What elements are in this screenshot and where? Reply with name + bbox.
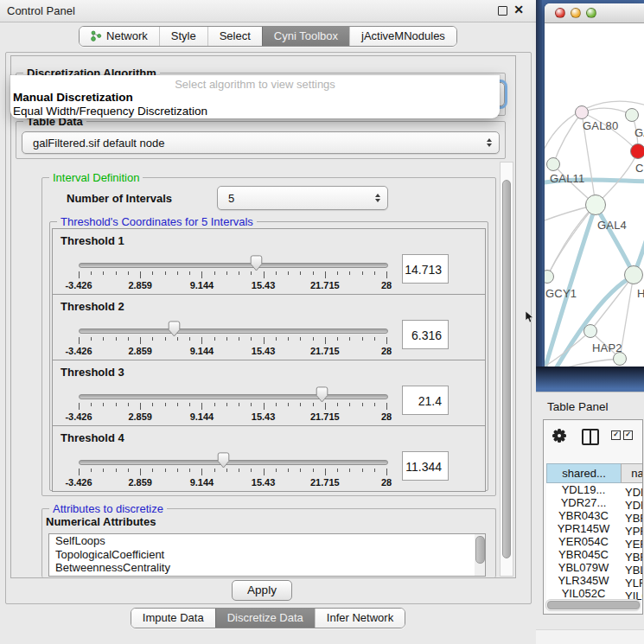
dropdown-option-manual[interactable]: Manual Discretization: [10, 91, 500, 105]
panel-vertical-scrollbar[interactable]: [500, 162, 513, 577]
dropdown-hint: Select algorithm to view settings: [10, 75, 500, 91]
network-node-gal4[interactable]: [585, 194, 606, 215]
slider-tick-labels: -3.4262.8599.14415.4321.71528: [79, 346, 387, 356]
attributes-list-scrollbar[interactable]: [475, 534, 485, 576]
node-label: GAL80: [583, 119, 618, 132]
table-row[interactable]: YBL079WYBL0: [546, 561, 642, 574]
network-node-hap2[interactable]: [583, 324, 597, 338]
table-row[interactable]: YDR27...YDR2: [546, 496, 642, 509]
mouse-cursor: [526, 311, 534, 323]
zoom-traffic-light-icon[interactable]: [586, 8, 596, 18]
split-table-icon[interactable]: [582, 429, 599, 445]
network-node-c[interactable]: [630, 143, 644, 159]
apply-button[interactable]: Apply: [232, 580, 292, 601]
column-header-name[interactable]: na: [621, 463, 643, 483]
network-node-ga[interactable]: [625, 108, 639, 122]
attribute-list-item[interactable]: TopologicalCoefficient: [49, 548, 485, 562]
node-label: C: [635, 162, 644, 175]
stepper-arrows-icon: [487, 138, 492, 147]
network-canvas[interactable]: GAL80GACGAL11GAL4GCY1HHAP2: [545, 23, 644, 367]
slider-tick-labels: -3.4262.8599.14415.4321.71528: [79, 280, 387, 290]
table-horizontal-scrollbar[interactable]: [545, 599, 641, 611]
table-data-value: galFiltered.sif default node: [33, 137, 164, 150]
gear-icon[interactable]: [552, 429, 566, 443]
network-node-gal11[interactable]: [546, 157, 560, 171]
table-rows[interactable]: YDL19...YDL1YDR27...YDR2YBR043CYBR0YPR14…: [546, 483, 642, 600]
slider-track[interactable]: [79, 263, 388, 268]
tab-discretize-data[interactable]: Discretize Data: [215, 609, 315, 628]
tab-infer-network[interactable]: Infer Network: [315, 609, 405, 628]
slider-tick-labels: -3.4262.8599.14415.4321.71528: [79, 411, 387, 422]
network-view-window: GAL80GACGAL11GAL4GCY1HHAP2: [545, 3, 644, 367]
tab-cyni-toolbox[interactable]: Cyni Toolbox: [262, 27, 349, 46]
number-of-intervals-select[interactable]: 5: [217, 186, 388, 210]
threshold-value-field[interactable]: 21.4: [402, 386, 449, 415]
table-row[interactable]: YPR145WYPR1: [546, 522, 642, 535]
table-row[interactable]: YER054CYER0: [546, 535, 642, 548]
slider-track[interactable]: [79, 460, 388, 465]
window-shadow-area: [536, 367, 644, 392]
close-traffic-light-icon[interactable]: [555, 8, 565, 18]
tab-network[interactable]: Network: [80, 27, 159, 46]
node-label: H: [637, 287, 644, 300]
threshold-row: Threshold 4 -3.4262.8599.14415.4321.7152…: [52, 425, 486, 492]
threshold-row: Threshold 2 -3.4262.8599.14415.4321.7152…: [52, 294, 486, 360]
node-label: GAL4: [597, 219, 627, 232]
network-window-titlebar[interactable]: [545, 3, 644, 23]
node-label: GA: [634, 126, 644, 139]
slider-thumb-icon[interactable]: [217, 452, 230, 469]
slider-thumb-icon[interactable]: [250, 255, 263, 271]
dropdown-option-equal-width[interactable]: Equal Width/Frequency Discretization: [10, 105, 500, 118]
slider-thumb-icon[interactable]: [168, 321, 181, 337]
tab-impute-data[interactable]: Impute Data: [131, 609, 215, 628]
threshold-label: Threshold 3: [61, 366, 124, 379]
network-node[interactable]: [613, 352, 627, 366]
attributes-group-title: Attributes to discretize: [49, 502, 167, 515]
top-tab-bar: Network Style Select Cyni Toolbox jActiv…: [0, 26, 536, 47]
threshold-label: Threshold 4: [61, 431, 124, 444]
panel-title: Control Panel: [7, 4, 75, 17]
table-data-group: Table Data galFiltered.sif default node: [16, 121, 506, 159]
node-label: GCY1: [545, 287, 577, 300]
threshold-label: Threshold 2: [61, 300, 124, 313]
column-header-shared[interactable]: shared...: [546, 463, 622, 483]
float-window-icon[interactable]: [498, 6, 507, 16]
checkbox-icon[interactable]: ✓: [623, 430, 633, 440]
control-panel-titlebar: Control Panel ✕: [0, 0, 536, 22]
table-panel-section: Table Panel ✓ ✓ shared... na YDL19...YDL…: [536, 392, 644, 644]
table-row[interactable]: YIL052CYIL0: [546, 587, 642, 600]
tab-jactivemnodules[interactable]: jActiveMNodules: [349, 27, 456, 46]
checkbox-icon[interactable]: ✓: [611, 430, 621, 440]
slider-ticks: [79, 403, 387, 411]
minimize-traffic-light-icon[interactable]: [571, 8, 581, 18]
slider-track[interactable]: [79, 394, 388, 399]
threshold-value-field[interactable]: 6.316: [402, 320, 449, 349]
attribute-list-item[interactable]: BetweennessCentrality: [49, 561, 485, 575]
table-row[interactable]: YBR045CYBR0: [546, 548, 642, 561]
intervals-value: 5: [228, 192, 234, 205]
interval-definition-title: Interval Definition: [49, 171, 143, 184]
table-panel-box: ✓ ✓ shared... na YDL19...YDL1YDR27...YDR…: [543, 419, 643, 615]
node-label: GAL11: [550, 172, 585, 185]
threshold-value-field[interactable]: 14.713: [402, 254, 449, 284]
attribute-list-item[interactable]: SelfLoops: [49, 534, 485, 548]
close-icon[interactable]: ✕: [513, 3, 524, 16]
table-row[interactable]: YLR345WYLR3: [546, 574, 642, 587]
network-node-gal80[interactable]: [575, 105, 589, 119]
slider-tick-labels: -3.4262.8599.14415.4321.71528: [79, 477, 387, 488]
tab-select[interactable]: Select: [207, 27, 262, 46]
table-panel-footer-strip: [536, 629, 644, 644]
threshold-value-field[interactable]: 11.344: [402, 451, 449, 481]
slider-track[interactable]: [79, 328, 388, 334]
slider-thumb-icon[interactable]: [316, 386, 328, 403]
tab-style[interactable]: Style: [159, 27, 207, 46]
thresholds-group-title: Threshold's Coordinates for 5 Intervals: [57, 215, 257, 228]
desktop-background-edge: [536, 0, 542, 392]
table-row[interactable]: YBR043CYBR0: [546, 509, 642, 522]
table-panel-title: Table Panel: [547, 400, 609, 413]
bottom-tab-bar: Impute Data Discretize Data Infer Networ…: [0, 608, 536, 628]
network-node-h[interactable]: [624, 265, 643, 284]
table-row[interactable]: YDL19...YDL1: [546, 483, 642, 496]
numerical-attributes-list[interactable]: SelfLoopsTopologicalCoefficientBetweenne…: [48, 533, 486, 577]
table-data-select[interactable]: galFiltered.sif default node: [22, 131, 500, 154]
